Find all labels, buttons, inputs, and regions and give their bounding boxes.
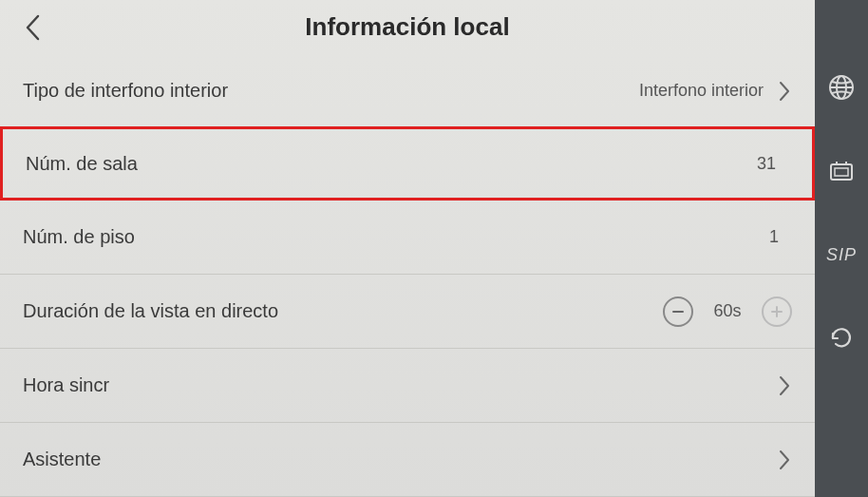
chevron-right-icon [777, 374, 792, 397]
row-label: Núm. de sala [26, 153, 757, 175]
sidebar-item-refresh[interactable] [822, 319, 860, 357]
sidebar-item-sip[interactable]: SIP [822, 236, 860, 274]
header: Información local [0, 0, 815, 54]
row-value: 31 [757, 154, 776, 174]
device-icon [827, 157, 856, 185]
row-value: Interfono interior [639, 81, 764, 101]
sidebar-item-device[interactable] [822, 152, 860, 190]
row-label: Duración de la vista en directo [23, 300, 663, 322]
row-intercom-type[interactable]: Tipo de interfono interior Interfono int… [0, 54, 815, 128]
sidebar: SIP [815, 0, 868, 497]
row-label: Núm. de piso [23, 226, 769, 248]
row-sync-time[interactable]: Hora sincr [0, 349, 815, 423]
sidebar-item-network[interactable] [822, 68, 860, 106]
row-value: 1 [769, 227, 779, 247]
page-title: Información local [47, 12, 767, 42]
row-live-view-duration: Duración de la vista en directo 60s [0, 275, 815, 349]
refresh-icon [827, 324, 856, 353]
back-button[interactable] [19, 13, 47, 42]
stepper-value: 60s [710, 301, 745, 321]
main-panel: Información local Tipo de interfono inte… [0, 0, 815, 497]
sip-label: SIP [826, 245, 857, 265]
duration-stepper: 60s [663, 296, 792, 327]
increase-button[interactable] [762, 296, 792, 327]
row-label: Hora sincr [23, 374, 777, 396]
row-label: Tipo de interfono interior [23, 80, 639, 102]
globe-icon [827, 73, 856, 102]
row-room-number[interactable]: Núm. de sala 31 [0, 126, 815, 201]
row-floor-number[interactable]: Núm. de piso 1 [0, 201, 815, 275]
settings-list: Tipo de interfono interior Interfono int… [0, 54, 815, 497]
row-label: Asistente [23, 449, 777, 470]
chevron-right-icon [777, 80, 792, 103]
svg-rect-7 [835, 168, 848, 176]
chevron-left-icon [25, 14, 42, 41]
row-assistant[interactable]: Asistente [0, 423, 815, 497]
chevron-right-icon [777, 449, 792, 471]
plus-icon [769, 304, 784, 319]
minus-icon [670, 304, 686, 319]
decrease-button[interactable] [663, 296, 693, 327]
